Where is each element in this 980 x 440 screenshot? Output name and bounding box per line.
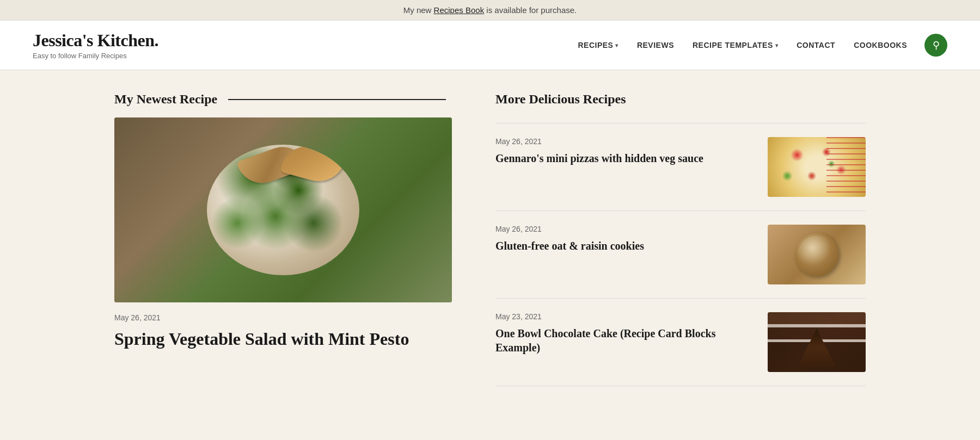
recipe-card-text: May 26, 2021 Gluten-free oat & raisin co…: [495, 225, 757, 253]
site-tagline: Easy to follow Family Recipes: [33, 52, 158, 60]
site-title: Jessica's Kitchen.: [33, 30, 158, 51]
recipe-card-image[interactable]: [768, 137, 866, 197]
recipe-card-date: May 26, 2021: [495, 137, 757, 146]
nav-item-reviews[interactable]: REVIEWS: [630, 36, 681, 54]
announcement-text-after: is available for purchase.: [484, 5, 577, 15]
recipe-card-image[interactable]: [768, 312, 866, 372]
site-logo[interactable]: Jessica's Kitchen. Easy to follow Family…: [33, 30, 158, 60]
recipe-card-text: May 23, 2021 One Bowl Chocolate Cake (Re…: [495, 312, 757, 355]
recipe-card-title[interactable]: Gennaro's mini pizzas with hidden veg sa…: [495, 151, 757, 165]
newest-recipe-section: My Newest Recipe May 26, 2021 Spring Veg…: [114, 92, 452, 386]
nav-item-recipe-templates[interactable]: RECIPE TEMPLATES ▾: [686, 36, 785, 54]
featured-recipe-name[interactable]: Spring Vegetable Salad with Mint Pesto: [114, 329, 452, 349]
more-recipes-title: More Delicious Recipes: [495, 92, 866, 107]
featured-recipe-date: May 26, 2021: [114, 313, 452, 322]
recipe-card-image[interactable]: [768, 225, 866, 284]
more-recipes-section: More Delicious Recipes May 26, 2021 Genn…: [495, 92, 866, 386]
nav-item-recipes[interactable]: RECIPES ▾: [571, 36, 624, 54]
search-icon: ⚲: [933, 39, 940, 51]
newest-recipe-title: My Newest Recipe: [114, 92, 452, 107]
search-button[interactable]: ⚲: [924, 34, 947, 57]
recipe-card: May 26, 2021 Gennaro's mini pizzas with …: [495, 123, 866, 211]
recipe-card-date: May 23, 2021: [495, 312, 757, 321]
recipe-card: May 26, 2021 Gluten-free oat & raisin co…: [495, 211, 866, 299]
recipe-card-date: May 26, 2021: [495, 225, 757, 233]
recipe-card-text: May 26, 2021 Gennaro's mini pizzas with …: [495, 137, 757, 165]
recipe-card: May 23, 2021 One Bowl Chocolate Cake (Re…: [495, 299, 866, 386]
featured-recipe-image[interactable]: [114, 117, 452, 302]
site-header: Jessica's Kitchen. Easy to follow Family…: [0, 21, 980, 70]
main-nav: RECIPES ▾ REVIEWS RECIPE TEMPLATES ▾ CON…: [571, 34, 947, 57]
chevron-down-icon: ▾: [615, 42, 618, 48]
announcement-text-before: My new: [403, 5, 434, 15]
recipe-card-title[interactable]: One Bowl Chocolate Cake (Recipe Card Blo…: [495, 326, 757, 355]
recipe-card-title[interactable]: Gluten-free oat & raisin cookies: [495, 239, 757, 253]
announcement-bar: My new Recipes Book is available for pur…: [0, 0, 980, 21]
chevron-down-icon: ▾: [775, 42, 779, 48]
nav-item-contact[interactable]: CONTACT: [790, 36, 842, 54]
nav-item-cookbooks[interactable]: COOKBOOKS: [847, 36, 914, 54]
announcement-link[interactable]: Recipes Book: [434, 5, 485, 15]
main-content: My Newest Recipe May 26, 2021 Spring Veg…: [82, 70, 898, 408]
